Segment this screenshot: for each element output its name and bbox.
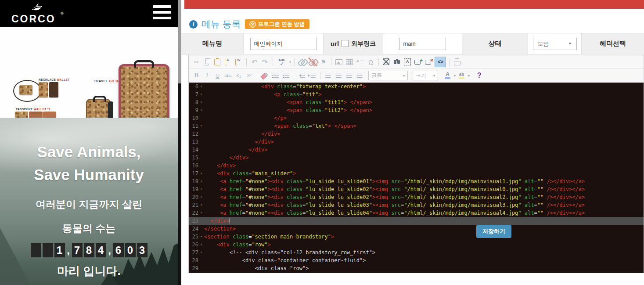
code-line-28[interactable]: 28 <div class="container container-fluid…: [189, 256, 644, 264]
insert-image-icon[interactable]: [335, 58, 344, 66]
select-all-icon[interactable]: [403, 58, 412, 66]
bullet-list-icon[interactable]: [281, 71, 291, 80]
code-line-14[interactable]: 14 </div>: [189, 146, 644, 154]
url-input[interactable]: [399, 38, 446, 50]
insert-table-icon[interactable]: [345, 58, 354, 66]
align-left-icon[interactable]: [324, 71, 333, 80]
code-line-22[interactable]: 22▾ <a href="#none"><div class="lu_slide…: [189, 209, 644, 217]
editor-help-icon[interactable]: ?: [475, 71, 484, 80]
font-size-dropdown[interactable]: 크기 ▾: [413, 71, 438, 80]
redo-icon[interactable]: ↷: [260, 58, 270, 66]
font-family-dropdown[interactable]: 글꼴 ▾: [368, 71, 408, 80]
save-button[interactable]: 저장하기: [476, 225, 511, 238]
code-line-18[interactable]: 18▾ <a href="#none"><div class="lu_slide…: [189, 177, 644, 185]
cut-icon[interactable]: ✂: [192, 58, 201, 66]
bg-color-icon[interactable]: ab: [457, 71, 466, 80]
fold-arrow-icon[interactable]: ▾: [198, 122, 204, 130]
anchor-flag-icon[interactable]: ⚑: [319, 58, 328, 66]
source-code-area[interactable]: 6▾ <div class="txtwrap text-center">7▾ <…: [189, 83, 644, 273]
outdent-icon[interactable]: [297, 71, 306, 80]
remove-format-icon[interactable]: [260, 71, 270, 80]
fold-arrow-icon[interactable]: ▾: [198, 185, 204, 193]
fold-arrow-icon[interactable]: ▾: [198, 170, 204, 177]
code-line-16[interactable]: 16 </div>: [189, 162, 644, 170]
print-icon[interactable]: [453, 58, 462, 66]
code-line-6[interactable]: 6▾ <div class="txtwrap text-center">: [189, 83, 644, 90]
code-line-7[interactable]: 7▾ <p class="tit">: [189, 90, 644, 98]
fold-arrow-icon[interactable]: ▾: [198, 90, 204, 98]
align-center-icon[interactable]: [334, 71, 343, 80]
code-line-11[interactable]: 11▾ <span class="txt"> </span>: [189, 122, 644, 130]
link-icon[interactable]: [298, 58, 307, 66]
remove-comment-icon[interactable]: [424, 58, 433, 66]
fold-arrow-icon[interactable]: ▾: [198, 201, 204, 209]
underline-icon[interactable]: U: [213, 71, 222, 80]
subscript-icon[interactable]: X₂: [234, 71, 243, 80]
code-line-20[interactable]: 20▾ <a href="#none"><div class="lu_slide…: [189, 193, 644, 201]
code-line-23[interactable]: 23 </div>: [189, 217, 644, 225]
code-line-24[interactable]: 24</section>: [189, 225, 644, 233]
spellcheck-icon[interactable]: ABC ✓: [276, 58, 288, 66]
necklace-wallet-label: NECKLACE WALLET: [39, 78, 70, 81]
bold-icon[interactable]: B: [192, 71, 201, 80]
horizontal-rule-icon[interactable]: [356, 58, 365, 66]
fold-arrow-icon[interactable]: ▾: [198, 98, 204, 106]
numbered-list-icon[interactable]: [271, 71, 280, 80]
code-line-15[interactable]: 15 </div>: [189, 154, 644, 162]
strikethrough-icon[interactable]: abc: [223, 71, 233, 80]
code-line-27[interactable]: 27▾ <!-- <div class="col-12 brandstory_r…: [189, 249, 644, 256]
code-line-29[interactable]: 29 <div class="row">: [189, 264, 644, 272]
fold-arrow-icon[interactable]: ▾: [198, 249, 204, 256]
fold-arrow-icon[interactable]: ▾: [198, 83, 204, 90]
code-line-21[interactable]: 21▾ <a href="#none"><div class="lu_slide…: [189, 201, 644, 209]
paste-icon[interactable]: [213, 58, 222, 66]
scrollbar-thumb[interactable]: [178, 0, 181, 83]
status-select[interactable]: 보임 ▼: [533, 38, 577, 50]
paste-from-word-icon[interactable]: [234, 58, 243, 66]
product-slider[interactable]: NECKLACE WALLET PASSPORT WALLET 'Y TRAVE…: [0, 27, 178, 118]
code-line-13[interactable]: 13 </div>: [189, 138, 644, 146]
align-right-icon[interactable]: [345, 71, 354, 80]
fold-arrow-icon[interactable]: ▾: [198, 177, 204, 185]
copy-icon[interactable]: [202, 58, 212, 66]
site-logo[interactable]: CORCO ®: [11, 3, 64, 25]
undo-icon[interactable]: ↶: [250, 58, 259, 66]
editor-toolbar-row1: ✂ ↶ ↷ ABC ✓ ▾ ⚑: [189, 55, 644, 69]
source-view-button[interactable]: <>: [435, 57, 446, 67]
italic-icon[interactable]: I: [202, 71, 212, 80]
code-line-8[interactable]: 8▾ <span class="tit1"> </span>: [189, 98, 644, 106]
menu-name-input[interactable]: [250, 38, 317, 50]
spellcheck-caret-icon[interactable]: ▾: [289, 60, 291, 64]
preview-scrollbar[interactable]: [178, 0, 181, 285]
paste-as-text-icon[interactable]: [223, 58, 233, 66]
code-line-25[interactable]: 25▾<section class="section-main-brandsto…: [189, 233, 644, 241]
hamburger-menu-icon[interactable]: [153, 5, 171, 22]
code-line-26[interactable]: 26▾ <div class="row">: [189, 241, 644, 249]
fold-arrow-icon[interactable]: ▾: [198, 209, 204, 217]
code-line-12[interactable]: 12 </div>: [189, 130, 644, 138]
code-line-10[interactable]: 10 </p>: [189, 114, 644, 122]
code-line-30[interactable]: 30 <div class="col-12 col-lg-7 bland-lin…: [189, 272, 644, 273]
text-color-icon[interactable]: A: [443, 71, 452, 80]
superscript-icon[interactable]: X²: [245, 71, 254, 80]
indent-icon[interactable]: [308, 71, 317, 80]
site-preview-pane: CORCO ® NECKLACE WALLET PASSPORT WALLET …: [0, 0, 178, 285]
fold-arrow-icon[interactable]: ▾: [198, 106, 204, 114]
special-char-icon[interactable]: Ω: [366, 58, 375, 66]
bg-color-caret-icon[interactable]: ▾: [468, 74, 470, 78]
program-link-help-button[interactable]: ? 프로그램 연동 방법: [245, 19, 309, 29]
fold-arrow-icon[interactable]: ▾: [198, 233, 204, 241]
maximize-icon[interactable]: [382, 58, 391, 66]
hero-subtitle-line2: 동물의 수는: [0, 222, 178, 235]
code-line-9[interactable]: 9▾ <span class="tit2"> </span>: [189, 106, 644, 114]
new-comment-icon[interactable]: [414, 58, 423, 66]
fold-arrow-icon[interactable]: ▾: [198, 241, 204, 249]
align-justify-icon[interactable]: [355, 71, 364, 80]
code-line-19[interactable]: 19▾ <a href="#none"><div class="lu_slide…: [189, 185, 644, 193]
text-color-caret-icon[interactable]: ▾: [454, 74, 456, 78]
code-line-17[interactable]: 17▾ <div class="main_slider">: [189, 170, 644, 177]
unlink-icon[interactable]: [308, 58, 317, 66]
fold-arrow-icon[interactable]: ▾: [198, 193, 204, 201]
find-replace-icon[interactable]: [392, 58, 402, 66]
external-link-checkbox[interactable]: [342, 40, 349, 47]
